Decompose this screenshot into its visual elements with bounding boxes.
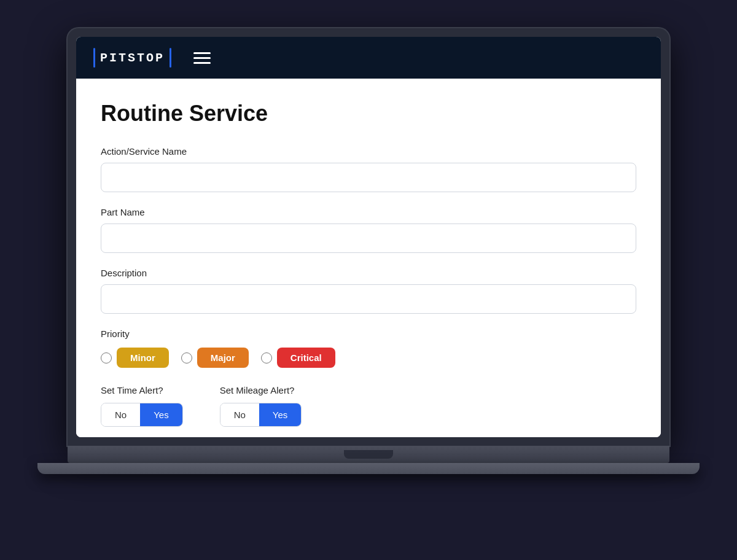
priority-badge-minor[interactable]: Minor <box>117 348 169 368</box>
priority-radio-minor[interactable] <box>101 352 112 364</box>
priority-radio-critical[interactable] <box>261 352 272 364</box>
page-title: Routine Service <box>101 101 636 126</box>
priority-section: Priority Minor Major Critical <box>101 329 636 368</box>
time-alert-yes-button[interactable]: Yes <box>140 403 182 426</box>
action-service-name-input[interactable] <box>101 163 636 192</box>
hamburger-line-3 <box>193 62 211 64</box>
laptop-screen: PITSTOP Routine Service Action/Service N… <box>68 28 669 446</box>
action-service-name-group: Action/Service Name <box>101 146 636 192</box>
part-name-group: Part Name <box>101 207 636 253</box>
logo-bar-right <box>170 48 171 68</box>
part-name-input[interactable] <box>101 224 636 253</box>
time-alert-no-button[interactable]: No <box>101 403 140 426</box>
app-header: PITSTOP <box>76 37 661 79</box>
part-name-label: Part Name <box>101 207 636 217</box>
priority-label: Priority <box>101 329 636 339</box>
logo-bar-left <box>93 48 95 68</box>
priority-options: Minor Major Critical <box>101 348 636 368</box>
alerts-section: Set Time Alert? No Yes Set Mileage Alert… <box>101 385 636 427</box>
hamburger-line-1 <box>193 52 211 54</box>
mileage-alert-no-button[interactable]: No <box>220 403 259 426</box>
hamburger-menu-button[interactable] <box>193 52 211 64</box>
description-input[interactable] <box>101 284 636 314</box>
priority-option-critical: Critical <box>261 348 335 368</box>
laptop-base <box>68 446 669 463</box>
priority-radio-major[interactable] <box>181 352 192 364</box>
mileage-alert-yes-button[interactable]: Yes <box>259 403 301 426</box>
screen-inner: PITSTOP Routine Service Action/Service N… <box>76 37 661 437</box>
main-content: Routine Service Action/Service Name Part… <box>76 79 661 437</box>
action-service-name-label: Action/Service Name <box>101 146 636 157</box>
description-group: Description <box>101 268 636 314</box>
priority-badge-major[interactable]: Major <box>197 348 249 368</box>
time-alert-group: Set Time Alert? No Yes <box>101 385 183 427</box>
priority-option-major: Major <box>181 348 249 368</box>
laptop-notch <box>344 450 393 459</box>
description-label: Description <box>101 268 636 278</box>
laptop-bottom <box>37 463 700 474</box>
mileage-alert-toggle: No Yes <box>220 403 302 427</box>
time-alert-label: Set Time Alert? <box>101 385 183 395</box>
time-alert-toggle: No Yes <box>101 403 183 427</box>
priority-badge-critical[interactable]: Critical <box>277 348 335 368</box>
mileage-alert-label: Set Mileage Alert? <box>220 385 302 395</box>
priority-option-minor: Minor <box>101 348 169 368</box>
mileage-alert-group: Set Mileage Alert? No Yes <box>220 385 302 427</box>
laptop-wrapper: PITSTOP Routine Service Action/Service N… <box>68 28 669 532</box>
logo-text: PITSTOP <box>100 51 165 65</box>
hamburger-line-2 <box>193 57 211 59</box>
logo-container: PITSTOP <box>93 48 171 68</box>
